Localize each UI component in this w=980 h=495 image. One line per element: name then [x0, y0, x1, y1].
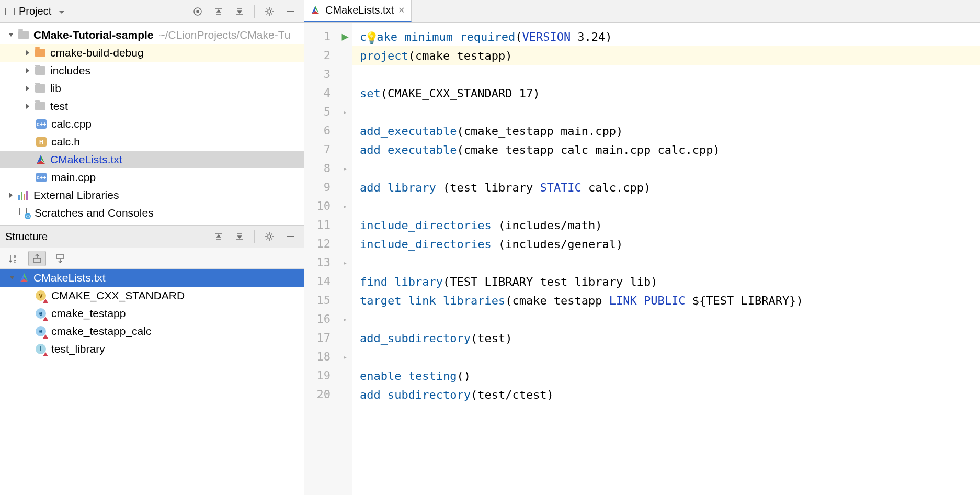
hide-panel-icon[interactable] [282, 3, 299, 20]
chevron-right-icon[interactable] [23, 84, 32, 93]
variable-icon: v [36, 290, 46, 301]
project-tree[interactable]: CMake-Tutorial-sample ~/CLionProjects/CM… [0, 23, 304, 225]
autoscroll-from-source-icon[interactable] [51, 251, 69, 266]
sort-alpha-icon[interactable]: az [5, 251, 23, 266]
fold-gutter-icon[interactable]: ▸ [343, 347, 347, 366]
chevron-right-icon[interactable] [6, 190, 16, 200]
svg-point-6 [268, 10, 271, 13]
chevron-right-icon[interactable] [23, 48, 32, 58]
chevron-down-icon[interactable] [7, 273, 17, 283]
editor-tab[interactable]: CMakeLists.txt ✕ [304, 0, 412, 22]
tree-root-name: CMake-Tutorial-sample [33, 29, 154, 41]
collapse-all-icon[interactable] [231, 3, 248, 20]
structure-panel-header: Structure [0, 225, 304, 248]
project-panel-header: Project [0, 0, 304, 23]
tree-row-calc-h[interactable]: H calc.h [0, 133, 304, 151]
tree-row-external-libraries[interactable]: External Libraries [0, 186, 304, 204]
external-libraries-icon [18, 189, 29, 201]
tree-row-calc-cpp[interactable]: c++ calc.cpp [0, 115, 304, 133]
structure-root-row[interactable]: CMakeLists.txt [0, 269, 304, 287]
code-area[interactable]: c💡ake_minimum_required(VERSION 3.24) pro… [352, 23, 980, 495]
fold-gutter-icon[interactable]: ▸ [343, 159, 347, 178]
tree-root-row[interactable]: CMake-Tutorial-sample ~/CLionProjects/CM… [0, 26, 304, 44]
library-icon: l [36, 344, 46, 354]
editor-tabbar: CMakeLists.txt ✕ [304, 0, 980, 23]
expand-all-icon[interactable] [210, 3, 227, 20]
structure-item[interactable]: l test_library [0, 340, 304, 358]
chevron-right-icon[interactable] [23, 66, 32, 75]
autoscroll-to-source-icon[interactable] [28, 251, 46, 266]
folder-icon [18, 29, 29, 41]
structure-item[interactable]: e cmake_testapp [0, 305, 304, 322]
settings-icon[interactable] [261, 228, 278, 245]
close-tab-icon[interactable]: ✕ [398, 5, 405, 15]
svg-rect-16 [33, 258, 41, 262]
header-file-icon: H [36, 136, 47, 148]
folder-icon [35, 83, 46, 94]
left-sidebar: Project CMake-Tutorial-sample ~/CLionPro… [0, 0, 304, 495]
svg-rect-17 [56, 255, 64, 258]
hide-panel-icon[interactable] [282, 228, 299, 245]
cmake-file-icon [36, 154, 46, 165]
fold-gutter-icon[interactable]: ▸ [343, 310, 347, 329]
executable-icon: e [36, 326, 46, 336]
structure-toolbar: az [0, 248, 304, 269]
tree-row-includes[interactable]: includes [0, 62, 304, 80]
tree-root-path: ~/CLionProjects/CMake-Tu [159, 29, 291, 41]
svg-point-1 [197, 10, 199, 13]
fold-gutter-icon[interactable]: ▸ [343, 197, 347, 216]
run-gutter-icon[interactable]: ▶ [341, 27, 348, 46]
cmake-file-icon [19, 273, 29, 283]
tree-row-test[interactable]: test [0, 97, 304, 115]
cmake-file-icon [311, 5, 321, 16]
structure-item[interactable]: v CMAKE_CXX_STANDARD [0, 287, 304, 305]
tree-row-main-cpp[interactable]: c++ main.cpp [0, 168, 304, 186]
project-panel-title: Project [19, 5, 51, 17]
folder-icon [35, 65, 46, 76]
project-view-icon [5, 8, 15, 15]
svg-text:z: z [14, 258, 16, 264]
cpp-file-icon: c++ [36, 172, 47, 183]
svg-point-12 [268, 235, 271, 238]
project-view-selector[interactable] [59, 5, 65, 17]
scratches-icon [19, 207, 30, 219]
expand-all-icon[interactable] [210, 228, 227, 245]
tree-row-cmakelists[interactable]: CMakeLists.txt [0, 151, 304, 168]
folder-icon [35, 47, 46, 59]
structure-item[interactable]: e cmake_testapp_calc [0, 322, 304, 340]
tree-row-scratches[interactable]: Scratches and Consoles [0, 204, 304, 222]
line-number-gutter: 1234567891011121314151617181920 [304, 23, 338, 495]
settings-icon[interactable] [261, 3, 278, 20]
structure-panel-title: Structure [5, 231, 48, 243]
chevron-down-icon[interactable] [6, 30, 16, 40]
tree-row-cmake-build-debug[interactable]: cmake-build-debug [0, 44, 304, 62]
executable-icon: e [36, 308, 46, 319]
editor-pane: CMakeLists.txt ✕ 12345678910111213141516… [304, 0, 980, 495]
tree-row-lib[interactable]: lib [0, 80, 304, 97]
chevron-right-icon[interactable] [23, 102, 32, 111]
gutter-icon-column: ▶▸▸▸▸▸▸ [338, 23, 352, 495]
structure-tree[interactable]: CMakeLists.txt v CMAKE_CXX_STANDARD e cm… [0, 269, 304, 495]
ide-window: Project CMake-Tutorial-sample ~/CLionPro… [0, 0, 980, 495]
cpp-file-icon: c++ [36, 118, 47, 130]
select-opened-file-icon[interactable] [189, 3, 206, 20]
fold-gutter-icon[interactable]: ▸ [343, 103, 347, 121]
intention-bulb-icon[interactable]: 💡 [364, 31, 379, 44]
code-editor[interactable]: 1234567891011121314151617181920 ▶▸▸▸▸▸▸ … [304, 23, 980, 495]
collapse-all-icon[interactable] [231, 228, 248, 245]
fold-gutter-icon[interactable]: ▸ [343, 253, 347, 272]
folder-icon [35, 100, 46, 112]
